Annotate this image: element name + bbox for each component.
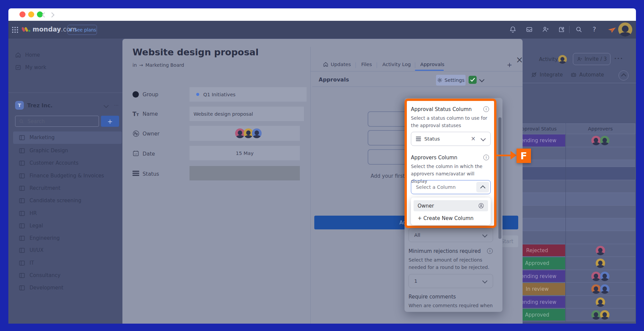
- item-title[interactable]: Website design proposal: [132, 47, 259, 57]
- workspace-name[interactable]: Trez Inc.: [27, 102, 53, 109]
- sidebar-board-uiux[interactable]: UI/UX: [19, 246, 44, 254]
- sidebar-board-consultancy[interactable]: Consultancy: [19, 271, 60, 279]
- search-icon[interactable]: [575, 26, 583, 33]
- breadcrumb[interactable]: in → Marketing Board: [132, 62, 184, 68]
- help-icon[interactable]: ?: [593, 25, 596, 33]
- table-row[interactable]: Pending review: [509, 270, 635, 283]
- board-icon: [19, 236, 25, 241]
- tab-updates[interactable]: Updates: [323, 62, 351, 67]
- notifications-bell-icon[interactable]: [509, 26, 517, 33]
- approvals-chevron-icon[interactable]: [479, 77, 485, 82]
- see-plans-button[interactable]: See plans: [67, 25, 97, 35]
- tab-activity-log[interactable]: Activity Log: [382, 62, 411, 67]
- automate-button[interactable]: Automate: [571, 72, 604, 78]
- sidebar-board-marketing[interactable]: Marketing: [19, 133, 55, 142]
- approvals-check-icon[interactable]: [469, 76, 477, 84]
- board-icon: [19, 173, 25, 178]
- workspace-menu-dots[interactable]: ⋯: [114, 102, 119, 108]
- sidebar-board-graphic-design[interactable]: Graphic Design: [19, 147, 68, 155]
- table-row[interactable]: [509, 218, 635, 231]
- tab-files[interactable]: Files: [361, 62, 372, 67]
- menu-option-owner[interactable]: Owner: [414, 200, 488, 211]
- table-row[interactable]: [509, 193, 635, 206]
- approvals-settings-button[interactable]: Settings: [436, 75, 466, 86]
- table-row[interactable]: [509, 206, 635, 218]
- menu-option-create-new-column[interactable]: + Create New Column: [414, 214, 488, 223]
- board-activity-button[interactable]: Activity: [539, 56, 558, 62]
- approvers-column-select[interactable]: Select a Column: [411, 180, 491, 194]
- info-icon[interactable]: [483, 155, 489, 160]
- info-icon[interactable]: [487, 248, 493, 254]
- sidebar-item-home[interactable]: Home: [15, 51, 40, 59]
- tab-separator: [356, 62, 356, 68]
- status-column-select[interactable]: Status ×: [411, 132, 491, 146]
- user-avatar[interactable]: [618, 22, 632, 37]
- board-icon: [19, 186, 25, 191]
- table-row[interactable]: [509, 231, 635, 244]
- panel-scrollbar[interactable]: [498, 117, 501, 239]
- traffic-light-close[interactable]: [19, 11, 25, 17]
- board-icon: [19, 148, 25, 153]
- sidebar-add-button[interactable]: +: [101, 116, 119, 127]
- sidebar-board-candidate-screening[interactable]: Candidate screening: [19, 197, 82, 205]
- sidebar-search[interactable]: [15, 116, 99, 127]
- board-icon: [19, 198, 25, 203]
- sidebar-board-finance[interactable]: Finance Budgeting & Invoices: [19, 172, 104, 180]
- approver-avatar: [600, 272, 609, 281]
- date-value[interactable]: 15 May: [190, 146, 300, 160]
- sidebar-board-it[interactable]: IT: [19, 259, 34, 267]
- table-row[interactable]: Rejected: [509, 244, 635, 257]
- name-value[interactable]: Website design proposal: [190, 107, 304, 121]
- table-row[interactable]: In review: [509, 283, 635, 296]
- tab-approvals[interactable]: Approvals: [420, 62, 444, 67]
- board-icon: [19, 135, 25, 140]
- sidebar-board-hr[interactable]: HR: [19, 209, 37, 217]
- owner-icon: [132, 130, 140, 137]
- info-icon[interactable]: [483, 106, 489, 112]
- sidebar-board-customer-accounts[interactable]: Customer Accounts: [19, 159, 78, 167]
- invite-button[interactable]: Invite / 3: [573, 53, 610, 65]
- marker-arrow-head: [511, 151, 517, 160]
- table-row[interactable]: Approved: [509, 257, 635, 270]
- approvers-filter-select[interactable]: All: [409, 228, 493, 242]
- column-header-approvers[interactable]: Approvers: [566, 123, 635, 134]
- table-row[interactable]: [509, 167, 635, 180]
- table-row[interactable]: [509, 180, 635, 193]
- integrate-button[interactable]: Integrate: [531, 72, 563, 78]
- status-icon: [132, 171, 139, 176]
- modal-close-button[interactable]: ×: [516, 56, 523, 63]
- min-rejections-select[interactable]: 1: [409, 274, 493, 288]
- clear-selection-icon[interactable]: ×: [471, 135, 476, 142]
- sidebar-item-my-work[interactable]: My work: [15, 63, 46, 71]
- owner-value[interactable]: [190, 126, 300, 141]
- sidebar-board-engineering[interactable]: Engineering: [19, 234, 60, 242]
- status-value[interactable]: [190, 166, 300, 180]
- table-row[interactable]: Pending review: [509, 134, 635, 147]
- field-label-name: Name: [143, 111, 158, 117]
- search-input[interactable]: [27, 118, 85, 125]
- workspace-avatar[interactable]: T: [15, 101, 24, 110]
- browser-forward-icon[interactable]: [49, 12, 55, 18]
- active-tab-underline: [415, 70, 444, 71]
- column-options-menu: Owner + Create New Column: [411, 198, 491, 225]
- top-bar: monday.com See plans ?: [8, 21, 636, 39]
- chevron-down-icon[interactable]: [481, 136, 486, 142]
- chevron-up-box[interactable]: [476, 182, 489, 192]
- min-rejections-title: Minimum rejections required: [409, 248, 481, 254]
- invite-person-add-icon[interactable]: [542, 26, 549, 33]
- table-row[interactable]: Pending review: [509, 296, 635, 309]
- group-value[interactable]: Q1 Initiatives: [190, 87, 307, 102]
- sidebar-board-legal[interactable]: Legal: [19, 222, 43, 230]
- grid-icon[interactable]: [12, 26, 18, 33]
- inbox-icon[interactable]: [526, 26, 533, 33]
- sidebar-board-recruitment[interactable]: Recruitment: [19, 184, 60, 192]
- table-row[interactable]: Approved: [509, 309, 635, 321]
- board-menu-dots[interactable]: •••: [614, 56, 623, 61]
- apps-puzzle-icon[interactable]: [558, 26, 565, 33]
- tabs-divider: [310, 71, 523, 71]
- traffic-light-minimize[interactable]: [28, 11, 34, 17]
- workspace-chevron-icon[interactable]: [104, 103, 109, 108]
- sidebar-board-development[interactable]: Development: [19, 284, 63, 292]
- add-tab-button[interactable]: +: [507, 61, 512, 68]
- collapse-header-button[interactable]: [619, 70, 629, 80]
